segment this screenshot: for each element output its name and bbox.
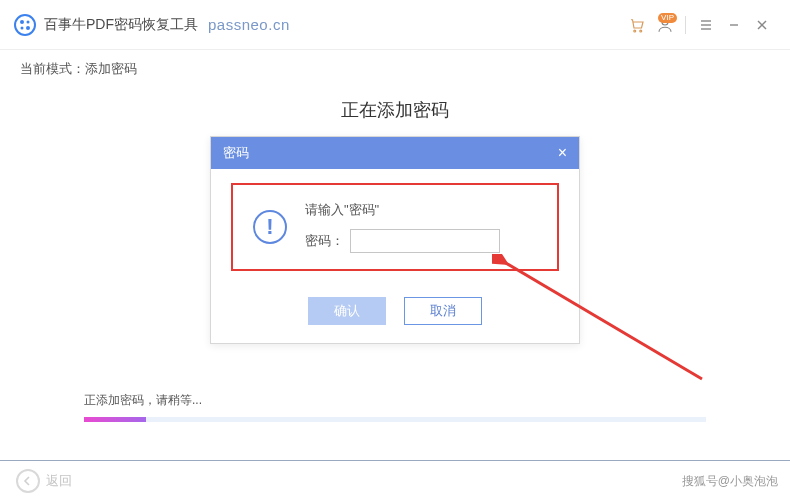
cart-button[interactable] [623,11,651,39]
mode-line: 当前模式：添加密码 [0,50,790,82]
dialog-header: 密码 × [211,137,579,169]
exclamation-icon: ! [253,210,287,244]
password-dialog: 密码 × ! 请输入"密码" 密码： 确认 取消 [210,136,580,344]
svg-point-2 [21,26,24,29]
svg-point-5 [640,30,642,32]
back-label: 返回 [46,472,72,490]
back-arrow-icon [16,469,40,493]
dialog-title: 密码 [223,144,558,162]
dialog-close-button[interactable]: × [558,144,567,162]
svg-point-3 [26,26,30,30]
progress-fill [84,417,146,422]
app-name: 百事牛PDF密码恢复工具 [44,16,198,34]
svg-point-4 [634,30,636,32]
confirm-button[interactable]: 确认 [308,297,386,325]
mode-value: 添加密码 [85,61,137,76]
close-window-button[interactable] [748,11,776,39]
divider [685,16,686,34]
password-input[interactable] [350,229,500,253]
menu-button[interactable] [692,11,720,39]
main-area: 正在添加密码 密码 × ! 请输入"密码" 密码： 确认 取消 [0,82,790,422]
svg-point-0 [20,20,24,24]
app-domain: passneo.cn [208,16,290,33]
minimize-button[interactable] [720,11,748,39]
svg-point-1 [27,20,30,23]
bottom-bar: 返回 [0,460,790,500]
back-button[interactable]: 返回 [16,469,72,493]
watermark: 搜狐号@小奥泡泡 [682,473,778,490]
prompt-text: 请输入"密码" [305,201,500,219]
password-label: 密码： [305,232,344,250]
status-text: 正添加密码，请稍等... [84,392,706,409]
user-button[interactable]: VIP [651,11,679,39]
page-heading: 正在添加密码 [0,98,790,122]
vip-badge: VIP [658,13,677,23]
title-bar: 百事牛PDF密码恢复工具 passneo.cn VIP [0,0,790,50]
cancel-button[interactable]: 取消 [404,297,482,325]
progress-bar [84,417,706,422]
highlight-box: ! 请输入"密码" 密码： [231,183,559,271]
mode-prefix: 当前模式： [20,61,85,76]
app-logo-icon [14,14,36,36]
